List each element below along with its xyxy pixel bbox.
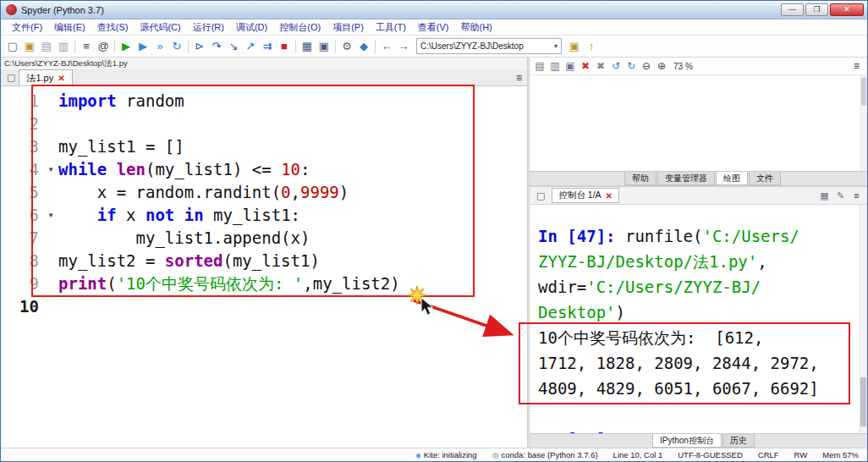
fold-spacer [43,181,58,204]
tab-plots[interactable]: 绘图 [716,172,748,185]
inspect-object-icon[interactable]: ▦ [817,189,832,203]
previous-plot-icon[interactable]: ↺ [608,58,624,74]
code-line[interactable]: 6▾ if x not in my_list1: [1,204,527,227]
menu-item-file[interactable]: 文件(F) [6,21,48,34]
continue-execution-icon[interactable]: ⇉ [259,38,276,55]
tab-help[interactable]: 帮助 [624,172,656,185]
fold-marker-icon[interactable]: ▾ [43,204,58,227]
menu-item-source[interactable]: 源代码(C) [134,21,186,34]
tab-history[interactable]: 历史 [722,434,755,448]
code-line[interactable]: 7 my_list1.append(x) [1,227,527,250]
minimize-button[interactable]: — [781,3,804,16]
menu-item-projects[interactable]: 项目(P) [327,21,370,34]
panes-layout-icon[interactable]: ▦ [299,38,316,55]
zoom-in-icon[interactable]: ⊕ [654,58,669,74]
cursor-position: Line 10, Col 1 [613,450,663,459]
close-all-plots-icon[interactable]: ✖ [593,58,608,74]
zoom-out-icon[interactable]: ⊖ [639,58,654,74]
save-plot-icon[interactable]: ▤ [532,58,547,74]
run-file-icon[interactable]: ▶ [118,38,135,55]
step-out-icon[interactable]: ↗ [242,38,259,55]
tab-variable-explorer[interactable]: 变量管理器 [657,172,715,185]
step-into-icon[interactable]: ↘ [225,38,242,55]
menu-item-consoles[interactable]: 控制台(O) [273,21,327,34]
close-tab-icon[interactable]: ✕ [58,74,64,83]
edit-console-icon[interactable]: ✎ [833,189,848,203]
find-symbol-icon[interactable]: @ [95,38,112,55]
tab-files[interactable]: 文件 [749,172,781,185]
menu-item-run[interactable]: 运行(R) [187,21,230,34]
close-button[interactable]: ✕ [830,3,864,16]
parent-directory-icon[interactable]: ↑ [583,38,600,55]
plots-scrollbar-thumb[interactable] [861,77,866,106]
conda-env-status[interactable]: ◎ conda: base (Python 3.7.6) [492,450,598,459]
code-line[interactable]: 9print('10个中奖号码依次为: ',my_list2) [1,272,527,295]
new-file-icon[interactable]: ▢ [4,38,21,55]
next-plot-icon[interactable]: ↻ [624,58,639,74]
menu-item-search[interactable]: 查找(S) [91,21,135,34]
fold-spacer [43,90,58,113]
console-scrollbar[interactable] [860,205,867,433]
spyder-window: Spyder (Python 3.7) — ❐ ✕ 文件(F)编辑(E)查找(S… [0,0,868,462]
fold-spacer [43,250,58,272]
editor-tab[interactable]: 法1.py ✕ [19,69,72,85]
close-console-icon[interactable]: ✕ [606,191,613,201]
code-line[interactable]: 8my_list2 = sorted(my_list1) [1,250,527,272]
menu-item-debug[interactable]: 调试(D) [230,21,273,34]
preferences-wrench-icon[interactable]: ⚙ [338,38,355,55]
menu-item-edit[interactable]: 编辑(E) [48,21,91,34]
editor-options-menu-icon[interactable]: ≡ [511,72,527,84]
code-line[interactable]: 3my_list1 = [] [1,135,527,158]
plots-scrollbar[interactable] [860,75,867,171]
title-bar[interactable]: Spyder (Python 3.7) — ❐ ✕ [1,1,867,19]
plots-options-menu-icon[interactable]: ≡ [849,60,865,72]
spyder-logo-icon [6,4,17,15]
maximize-pane-icon[interactable]: ▣ [316,38,332,55]
menu-item-tools[interactable]: 工具(T) [370,21,412,34]
menu-item-view[interactable]: 查看(V) [412,21,455,34]
menu-item-help[interactable]: 帮助(H) [455,21,498,34]
run-cell-advance-icon[interactable]: » [151,38,168,55]
chevron-down-icon[interactable]: ▾ [554,42,558,50]
console-output[interactable]: In [47]: runfile('C:/Users/ZYYZ-BJ/Deskt… [530,205,867,433]
code-line[interactable]: 10 [1,295,527,318]
line-number: 10 [1,295,43,318]
code-editor[interactable]: 1import random23my_list1 = []4▾while len… [1,86,527,448]
close-plot-icon[interactable]: ✖ [578,58,593,74]
open-file-icon[interactable]: ▣ [21,38,38,55]
toolbar-separator [114,40,115,53]
console-scrollbar-thumb[interactable] [860,377,866,426]
kite-status[interactable]: ◈ Kite: initializing [415,450,477,459]
maximize-button[interactable]: ❐ [805,3,828,16]
code-text: my_list2 = sorted(my_list1) [58,250,320,272]
python-path-manager-icon[interactable]: ◆ [355,38,372,55]
browse-directory-icon[interactable]: ▣ [566,38,583,55]
console-tab[interactable]: 控制台 1/A ✕ [552,188,619,203]
stop-debugging-icon[interactable]: ■ [276,38,293,55]
working-directory-combo[interactable]: C:\Users\ZYYZ-BJ\Desktop ▾ [416,38,562,54]
run-cell-icon[interactable]: ▶ [135,38,151,55]
code-line[interactable]: 2 [1,113,527,135]
console-options-menu-icon[interactable]: ≡ [849,189,864,203]
save-all-icon[interactable]: ▥ [55,38,72,55]
line-number: 6 [1,204,43,227]
editor-file-path: C:\Users\ZYYZ-BJ\Desktop\法1.py [1,58,527,69]
back-icon[interactable]: ← [378,38,395,55]
main-area: C:\Users\ZYYZ-BJ\Desktop\法1.py ▢ 法1.py ✕… [1,58,867,448]
console-line: 4809, 4829, 6051, 6067, 6692] [538,376,857,401]
forward-icon[interactable]: → [395,38,412,55]
code-line[interactable]: 1import random [1,90,527,113]
code-line[interactable]: 4▾while len(my_list1) <= 10: [1,158,527,181]
save-file-icon[interactable]: ▤ [38,38,55,55]
step-over-icon[interactable]: ↷ [208,38,225,55]
browse-tabs-icon[interactable]: ▢ [3,72,19,83]
copy-plot-icon[interactable]: ▣ [563,58,578,74]
file-switcher-icon[interactable]: ≡ [78,38,95,55]
toolbar-separator [375,40,376,53]
code-line[interactable]: 5 x = random.randint(0,9999) [1,181,527,204]
tab-ipython-console[interactable]: IPython控制台 [652,434,722,448]
fold-marker-icon[interactable]: ▾ [43,158,58,181]
save-all-plots-icon[interactable]: ▥ [547,58,563,74]
rerun-cell-icon[interactable]: ↻ [168,38,185,55]
debug-file-icon[interactable]: ⊳ [191,38,208,55]
